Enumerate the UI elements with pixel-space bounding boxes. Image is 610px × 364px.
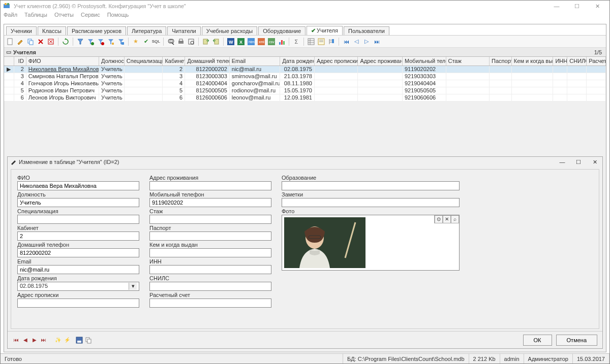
nav-last-icon[interactable]: ⏭ [40,337,47,344]
tab-schedule[interactable]: Расписание уроков [67,26,126,35]
col-position[interactable]: Должность [99,57,125,65]
col-id[interactable]: ID [14,57,26,65]
save-icon[interactable] [76,337,83,344]
photo-browse-icon[interactable]: ⊙ [435,215,443,223]
nav-last-icon[interactable]: ⏭ [373,38,381,46]
input-fio[interactable] [17,181,139,190]
col-addr-reg[interactable]: Адрес прописки [315,57,358,65]
menu-tables[interactable]: Таблицы [24,12,47,21]
input-mobile[interactable] [149,198,271,207]
tab-readers[interactable]: Читатели [167,26,201,35]
tab-expenses[interactable]: Учебные расходы [202,26,257,35]
col-mobile[interactable]: Мобильный телефон [403,57,446,65]
filter-edit-icon[interactable] [107,38,115,46]
maximize-button[interactable]: ☐ [567,1,587,11]
delete-icon[interactable] [37,38,45,46]
import-icon[interactable] [212,38,220,46]
input-education[interactable] [282,181,460,190]
input-exp[interactable] [149,215,271,224]
filter-group-icon[interactable] [117,38,125,46]
print-icon[interactable] [177,38,185,46]
col-addr-live[interactable]: Адрес проживания [358,57,403,65]
input-account[interactable] [149,299,271,308]
check-icon[interactable]: ✔ [142,38,150,46]
col-inn[interactable]: ИНН [553,57,567,65]
tab-users[interactable]: Пользователи [344,26,389,35]
input-spec[interactable] [17,215,139,224]
col-account[interactable]: Расчетн [587,57,606,65]
cancel-button[interactable]: Отмена [556,335,597,346]
panel-maximize-button[interactable]: ☐ [574,159,583,166]
search-icon[interactable] [167,38,175,46]
excel-icon[interactable]: X [237,38,245,46]
nav-prev-icon[interactable]: ◁ [352,38,360,46]
panel-close-button[interactable]: ✕ [590,159,599,166]
input-snils[interactable] [149,282,271,291]
xml-icon[interactable]: xml [257,38,265,46]
input-passport[interactable] [149,231,271,241]
table-row[interactable]: 6Леонов Игорь ВикторовичУчитель681260006… [4,94,606,102]
tab-classes[interactable]: Классы [38,26,66,35]
minimize-button[interactable]: — [546,1,567,11]
tab-literature[interactable]: Литература [127,26,166,35]
preview-icon[interactable] [187,38,195,46]
col-exp[interactable]: Стаж [446,57,490,65]
input-room[interactable] [17,231,139,241]
tab-teachers[interactable]: ✔Учителя [307,26,343,35]
close-button[interactable]: ✕ [587,1,607,11]
input-email[interactable] [17,265,139,274]
menu-reports[interactable]: Отчеты [54,12,74,21]
word-icon[interactable]: W [227,38,235,46]
menu-service[interactable]: Сервис [81,12,100,21]
menu-help[interactable]: Помощь [107,12,129,21]
nav-next-icon[interactable]: ▶ [31,337,38,344]
chart-icon[interactable] [278,38,286,46]
photo-delete-icon[interactable]: ✕ [443,215,451,223]
table-row[interactable]: 4Гончаров Игорь НиколаевьичУчитель481240… [4,80,606,87]
col-snils[interactable]: СНИЛС [567,57,587,65]
flash-icon[interactable]: ⚡ [64,337,71,344]
csv-icon[interactable]: csv [267,38,276,46]
tab-students[interactable]: Ученики [6,26,37,35]
ok-button[interactable]: ОК [523,335,552,346]
photo-zoom-icon[interactable]: ⌕ [451,215,459,223]
refresh-icon[interactable] [62,38,70,46]
col-spec[interactable]: Специализация [125,57,163,65]
input-notes[interactable] [282,198,460,207]
col-issued[interactable]: Кем и когда выдан [512,57,554,65]
copy-record-icon[interactable] [85,337,92,344]
export-icon[interactable] [202,38,210,46]
wizard-icon[interactable]: ✨ [54,337,62,344]
table-row[interactable]: 3Смирнова Наталья ПетровнаУчитель3812300… [4,73,606,80]
tab-equipment[interactable]: Оборудование [258,26,306,35]
tree-icon[interactable] [327,38,336,46]
sql-icon[interactable]: SQL [152,38,160,46]
col-dob[interactable]: Дата рождения [280,57,315,65]
photo-field[interactable]: ⊙ ✕ ⌕ [282,215,460,271]
html-icon[interactable]: htm [247,38,255,46]
col-room[interactable]: Кабинет [163,57,185,65]
col-fio[interactable]: ФИО [26,57,99,65]
date-dropdown-icon[interactable]: ▾ [129,283,137,290]
table-row[interactable]: 5Родионов Иван ПетровичУчитель5812500050… [4,87,606,94]
copy-icon[interactable] [26,38,35,46]
new-icon[interactable] [6,38,14,46]
nav-first-icon[interactable]: ⏮ [13,337,20,344]
input-position[interactable] [17,198,139,207]
nav-next-icon[interactable]: ▷ [362,38,371,46]
col-passport[interactable]: Паспорт [490,57,512,65]
sum-icon[interactable]: Σ [292,38,300,46]
input-inn[interactable] [149,265,271,274]
col-email[interactable]: Email [230,57,280,65]
grid-icon[interactable] [307,38,315,46]
form-icon[interactable] [317,38,325,46]
menu-file[interactable]: Файл [4,12,17,21]
star-icon[interactable]: ★ [132,38,140,46]
input-addr-reg[interactable] [17,299,139,308]
col-homephone[interactable]: Домашний телефон [185,57,230,65]
input-dob[interactable]: 02.08.1975▾ [17,282,139,291]
grid-collapse-icon[interactable]: ▭ [6,49,11,55]
delete-all-icon[interactable] [47,38,55,46]
nav-first-icon[interactable]: ⏮ [342,38,350,46]
filter-remove-icon[interactable] [97,38,105,46]
